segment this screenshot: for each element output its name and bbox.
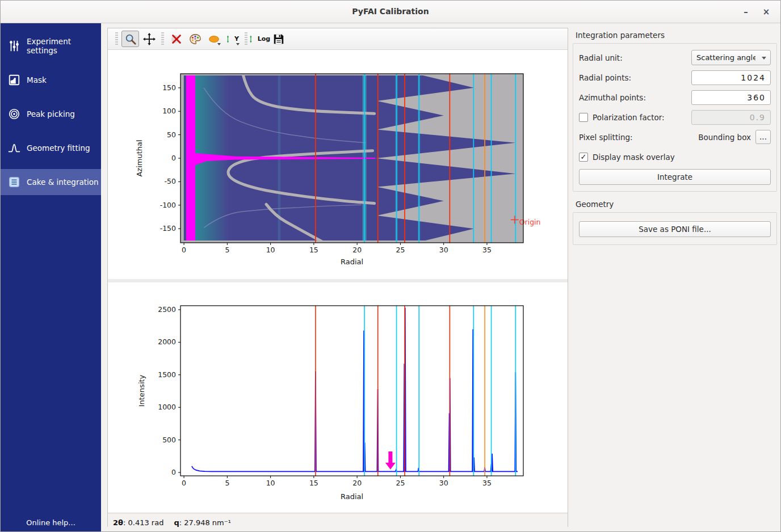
clear-marker-tool[interactable] bbox=[167, 31, 185, 47]
svg-text:20: 20 bbox=[352, 479, 362, 487]
window-title: PyFAI Calibration bbox=[1, 7, 780, 16]
svg-text:Radial: Radial bbox=[341, 257, 363, 266]
pan-tool[interactable] bbox=[140, 31, 158, 47]
cursor-status-bar: 2θ: 0.413 radq: 27.948 nm⁻¹ bbox=[108, 513, 568, 531]
cake-plot-svg: Origin05101520253035150100500-50-100-150… bbox=[108, 50, 569, 277]
save-tool[interactable] bbox=[270, 31, 287, 47]
pixel-splitting-more-button[interactable]: ... bbox=[755, 130, 771, 144]
svg-text:0: 0 bbox=[171, 468, 176, 476]
svg-text:2000: 2000 bbox=[158, 337, 176, 346]
svg-text:50: 50 bbox=[167, 130, 176, 139]
autoscale-y-tool-label: Y bbox=[234, 35, 239, 43]
close-button[interactable]: × bbox=[759, 5, 774, 19]
svg-text:-100: -100 bbox=[160, 201, 176, 209]
radial-points-input[interactable]: 1024 bbox=[691, 70, 771, 85]
radial-unit-label: Radial unit: bbox=[579, 53, 623, 62]
magnifier-icon bbox=[124, 33, 137, 45]
sidebar-item-cake-integration[interactable]: Cake & integration bbox=[1, 169, 101, 195]
radial-points-label: Radial points: bbox=[579, 73, 631, 82]
svg-text:1500: 1500 bbox=[158, 370, 176, 379]
integrate-button[interactable]: Integrate bbox=[579, 169, 771, 185]
sidebar-item-label: Cake & integration bbox=[27, 178, 99, 187]
radial-unit-select[interactable]: Scattering angle 2θ (rad) bbox=[691, 50, 771, 65]
cake-icon bbox=[8, 176, 20, 188]
geometry-title: Geometry bbox=[576, 200, 777, 209]
svg-text:-50: -50 bbox=[165, 177, 176, 185]
chevron-down-icon bbox=[236, 43, 240, 45]
colormap-tool[interactable] bbox=[186, 31, 204, 47]
minimize-button[interactable]: – bbox=[738, 5, 753, 19]
integration-parameters-title: Integration parameters bbox=[576, 31, 777, 40]
svg-text:Azimuthal: Azimuthal bbox=[135, 140, 144, 176]
radial-unit-value: Scattering angle 2θ (rad) bbox=[696, 53, 755, 62]
svg-text:150: 150 bbox=[162, 83, 176, 92]
integration-plot-svg: 0510152025303505001000150020002500Radial… bbox=[108, 282, 569, 510]
svg-text:35: 35 bbox=[482, 479, 492, 487]
svg-text:500: 500 bbox=[162, 436, 176, 444]
sidebar-item-geometry-fitting[interactable]: Geometry fitting bbox=[1, 135, 101, 161]
title-bar: PyFAI Calibration – × bbox=[1, 1, 780, 23]
plots-area: Origin05101520253035150100500-50-100-150… bbox=[108, 50, 568, 513]
zoom-tool[interactable] bbox=[121, 31, 139, 47]
azimuthal-points-label: Azimuthal points: bbox=[579, 93, 646, 102]
cursor-readout: 2θ: 0.413 rad bbox=[113, 518, 163, 527]
app-window: PyFAI Calibration – × Experiment setting… bbox=[0, 0, 781, 532]
sidebar-item-peak-picking[interactable]: Peak picking bbox=[1, 101, 101, 127]
svg-text:10: 10 bbox=[266, 479, 275, 487]
svg-text:35: 35 bbox=[482, 246, 492, 254]
autoscale-y-tool[interactable]: Y bbox=[224, 31, 241, 47]
svg-text:0: 0 bbox=[182, 479, 186, 487]
y-axis-icon bbox=[226, 35, 234, 43]
svg-text:30: 30 bbox=[439, 246, 448, 254]
red-x-icon bbox=[170, 33, 183, 45]
toolbar-grip[interactable] bbox=[115, 32, 118, 46]
online-help-link[interactable]: Online help... bbox=[1, 518, 101, 527]
mask-icon bbox=[8, 74, 20, 86]
pixel-splitting-value: Bounding box bbox=[698, 133, 751, 142]
toolbar-grip[interactable] bbox=[161, 32, 164, 46]
plot-toolbar: YLog bbox=[108, 28, 568, 50]
save-poni-button[interactable]: Save as PONI file... bbox=[579, 221, 771, 237]
polarization-input[interactable]: 0.9 bbox=[691, 110, 771, 125]
chevron-down-icon bbox=[217, 43, 221, 45]
svg-text:10: 10 bbox=[266, 246, 275, 254]
sidebar-item-label: Geometry fitting bbox=[27, 143, 90, 153]
azimuthal-points-input[interactable]: 360 bbox=[691, 90, 771, 105]
svg-text:0: 0 bbox=[182, 246, 186, 254]
rings-icon bbox=[8, 108, 20, 120]
pan-icon bbox=[143, 33, 156, 45]
log-scale-tool[interactable]: Log bbox=[251, 31, 268, 47]
mask-shape-tool[interactable] bbox=[205, 31, 222, 47]
svg-text:30: 30 bbox=[439, 479, 448, 487]
sidebar-item-experiment-settings[interactable]: Experiment settings bbox=[1, 33, 101, 59]
svg-text:Radial: Radial bbox=[341, 492, 363, 501]
task-sidebar: Experiment settingsMaskPeak pickingGeome… bbox=[1, 23, 101, 531]
svg-text:20: 20 bbox=[352, 246, 362, 254]
svg-text:0: 0 bbox=[171, 154, 176, 162]
svg-text:1000: 1000 bbox=[158, 403, 176, 411]
sidebar-item-label: Experiment settings bbox=[27, 37, 101, 55]
toolbar-grip[interactable] bbox=[245, 32, 247, 46]
sidebar-item-mask[interactable]: Mask bbox=[1, 67, 101, 93]
integration-parameters-group: Radial unit: Scattering angle 2θ (rad) R… bbox=[573, 43, 777, 192]
sliders-icon bbox=[8, 40, 20, 52]
polarization-checkbox[interactable] bbox=[579, 113, 588, 122]
svg-text:15: 15 bbox=[309, 246, 318, 254]
svg-text:Intensity: Intensity bbox=[137, 374, 146, 407]
log-scale-tool-label: Log bbox=[258, 35, 270, 43]
svg-text:5: 5 bbox=[225, 246, 229, 254]
svg-text:15: 15 bbox=[309, 479, 318, 487]
parameters-panel: Integration parameters Radial unit: Scat… bbox=[573, 23, 777, 531]
log-icon bbox=[249, 35, 257, 43]
integration-plot[interactable]: 0510152025303505001000150020002500Radial… bbox=[108, 282, 568, 513]
svg-text:25: 25 bbox=[396, 246, 405, 254]
svg-text:25: 25 bbox=[396, 479, 405, 487]
sidebar-item-label: Peak picking bbox=[27, 109, 75, 119]
display-mask-overlay-checkbox[interactable]: ✓ bbox=[579, 153, 588, 162]
chevron-down-icon bbox=[762, 57, 766, 60]
svg-text:100: 100 bbox=[162, 107, 176, 115]
cake-plot[interactable]: Origin05101520253035150100500-50-100-150… bbox=[108, 50, 568, 279]
svg-text:Origin: Origin bbox=[519, 218, 541, 226]
svg-text:5: 5 bbox=[225, 479, 229, 487]
svg-text:2500: 2500 bbox=[158, 305, 176, 314]
